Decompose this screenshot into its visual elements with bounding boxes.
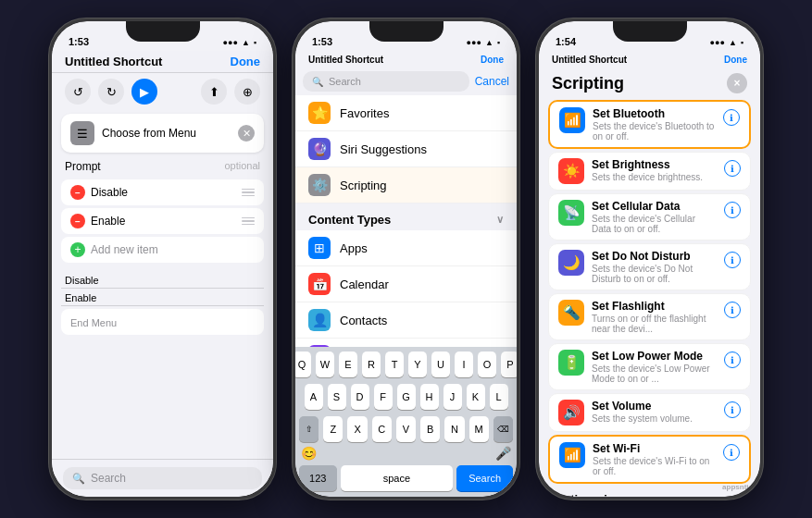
action-close-button[interactable]: ✕	[238, 125, 255, 142]
key-r[interactable]: R	[362, 352, 381, 377]
brightness-info-button[interactable]: ℹ	[724, 160, 741, 177]
set-wifi-item[interactable]: 📶 Set Wi-Fi Sets the device's Wi-Fi to o…	[548, 435, 751, 484]
key-shift[interactable]: ⇧	[299, 416, 319, 442]
set-flashlight-item[interactable]: 🔦 Set Flashlight Turns on or off the fla…	[548, 293, 751, 340]
nav-done-1[interactable]: Done	[231, 55, 261, 68]
p2-search-bar[interactable]: 🔍 Search	[303, 71, 469, 92]
disable-label: Disable	[91, 186, 236, 199]
lowpower-title: Set Low Power Mode	[592, 350, 717, 363]
key-123[interactable]: 123	[299, 465, 337, 491]
key-t[interactable]: T	[385, 352, 404, 377]
set-cellular-item[interactable]: 📡 Set Cellular Data Sets the device's Ce…	[548, 193, 751, 240]
add-new-item-row[interactable]: + Add new item	[61, 237, 264, 263]
play-button[interactable]: ▶	[131, 79, 157, 105]
dnd-info-button[interactable]: ℹ	[724, 252, 741, 268]
nav-title-1: Untitled Shortcut	[65, 55, 162, 68]
p2-siri-item[interactable]: 🔮 Siri Suggestions	[295, 131, 517, 167]
phone-2-screen: 1:53 ●●● ▲ ▪ Untitled Shortcut Done 🔍 Se…	[295, 21, 517, 497]
key-e[interactable]: E	[339, 352, 357, 377]
key-space[interactable]: space	[341, 465, 454, 491]
cellular-info-button[interactable]: ℹ	[724, 202, 741, 218]
end-menu-label: End Menu	[70, 317, 117, 328]
key-y[interactable]: Y	[408, 352, 427, 377]
bluetooth-info-button[interactable]: ℹ	[723, 109, 740, 126]
key-n[interactable]: N	[444, 416, 464, 442]
p2-scripting-item[interactable]: ⚙️ Scripting	[295, 167, 517, 204]
reorder-handle-2[interactable]	[242, 217, 255, 226]
close-button[interactable]: ×	[727, 73, 747, 93]
remove-enable-button[interactable]: −	[70, 214, 85, 228]
p2-contacts-item[interactable]: 👤 Contacts	[295, 302, 517, 339]
key-delete[interactable]: ⌫	[493, 416, 513, 442]
p2-favorites-item[interactable]: ⭐ Favorites	[295, 95, 517, 131]
lowpower-info-button[interactable]: ℹ	[724, 352, 741, 368]
phone-1: 1:53 ●●● ▲ ▪ Untitled Shortcut Done ↺ ↻ …	[49, 18, 276, 500]
remove-disable-button[interactable]: −	[70, 185, 85, 200]
key-b[interactable]: B	[420, 416, 440, 442]
key-s[interactable]: S	[328, 384, 346, 410]
kb-row-1: Q W E R T Y U I O P	[295, 347, 517, 379]
key-q[interactable]: Q	[295, 352, 311, 377]
p2-calendar-item[interactable]: 📅 Calendar	[295, 266, 517, 302]
menu-item-enable[interactable]: − Enable	[61, 208, 264, 234]
key-j[interactable]: J	[443, 384, 462, 410]
key-search[interactable]: Search	[456, 465, 513, 491]
key-a[interactable]: A	[305, 384, 323, 410]
flashlight-info-button[interactable]: ℹ	[724, 302, 741, 318]
section-disable: Disable	[52, 271, 273, 288]
volume-info-button[interactable]: ℹ	[724, 401, 741, 418]
p3-nav-title: Untitled Shortcut	[552, 55, 627, 65]
toolbar-1: ↺ ↻ ▶ ⬆ ⊕	[52, 73, 273, 110]
p3-nav-done[interactable]: Done	[724, 55, 747, 65]
volume-icon: 🔊	[558, 400, 584, 426]
search-bottom-bar: 🔍 Search	[52, 459, 273, 497]
chevron-down-icon[interactable]: ∨	[496, 214, 504, 226]
add-item-button[interactable]: +	[70, 242, 85, 257]
redo-button[interactable]: ↻	[98, 79, 124, 105]
p2-nav-done[interactable]: Done	[481, 55, 504, 65]
key-k[interactable]: K	[467, 384, 485, 410]
wifi-title: Set Wi-Fi	[593, 442, 716, 455]
wifi-info-button[interactable]: ℹ	[723, 444, 740, 461]
key-o[interactable]: O	[478, 352, 496, 377]
share-button[interactable]: ⬆	[201, 79, 227, 105]
key-h[interactable]: H	[420, 384, 439, 410]
status-time-1: 1:53	[69, 36, 89, 47]
settings-button[interactable]: ⊕	[234, 79, 260, 105]
key-g[interactable]: G	[397, 384, 416, 410]
search-input-1[interactable]: 🔍 Search	[63, 467, 262, 489]
key-f[interactable]: F	[374, 384, 393, 410]
status-icons-1: ●●● ▲ ▪	[223, 38, 256, 47]
contacts-label: Contacts	[340, 314, 387, 327]
phone-2: 1:53 ●●● ▲ ▪ Untitled Shortcut Done 🔍 Se…	[293, 18, 519, 500]
key-d[interactable]: D	[351, 384, 369, 410]
status-time-3: 1:54	[556, 36, 576, 47]
p2-apps-item[interactable]: ⊞ Apps	[295, 230, 517, 266]
mic-button[interactable]: 🎤	[495, 446, 511, 461]
nav-bar-1: Untitled Shortcut Done	[52, 51, 273, 73]
key-c[interactable]: C	[372, 416, 392, 442]
cancel-button[interactable]: Cancel	[475, 75, 509, 88]
key-m[interactable]: M	[469, 416, 489, 442]
set-brightness-item[interactable]: ☀️ Set Brightness Sets the device bright…	[548, 152, 751, 191]
search-icon-2: 🔍	[312, 77, 323, 87]
calendar-icon: 📅	[308, 273, 331, 295]
undo-button[interactable]: ↺	[65, 79, 91, 105]
reorder-handle[interactable]	[242, 189, 255, 197]
set-volume-item[interactable]: 🔊 Set Volume Sets the system volume. ℹ	[548, 393, 751, 432]
key-i[interactable]: I	[455, 352, 473, 377]
key-p[interactable]: P	[501, 352, 517, 377]
key-w[interactable]: W	[316, 352, 334, 377]
key-v[interactable]: V	[396, 416, 416, 442]
emoji-button[interactable]: 😊	[301, 446, 317, 461]
key-z[interactable]: Z	[323, 416, 343, 442]
set-lowpower-item[interactable]: 🔋 Set Low Power Mode Sets the device's L…	[548, 343, 751, 390]
set-bluetooth-item[interactable]: 📶 Set Bluetooth Sets the device's Blueto…	[548, 100, 751, 149]
set-dnd-item[interactable]: 🌙 Set Do Not Disturb Sets the device's D…	[548, 243, 751, 290]
flashlight-desc: Turns on or off the flashlight near the …	[592, 314, 717, 334]
menu-item-disable[interactable]: − Disable	[61, 179, 264, 205]
key-u[interactable]: U	[431, 352, 450, 377]
status-bar-3: 1:54 ●●● ▲ ▪	[539, 21, 760, 51]
key-x[interactable]: X	[347, 416, 367, 442]
key-l[interactable]: L	[490, 384, 508, 410]
